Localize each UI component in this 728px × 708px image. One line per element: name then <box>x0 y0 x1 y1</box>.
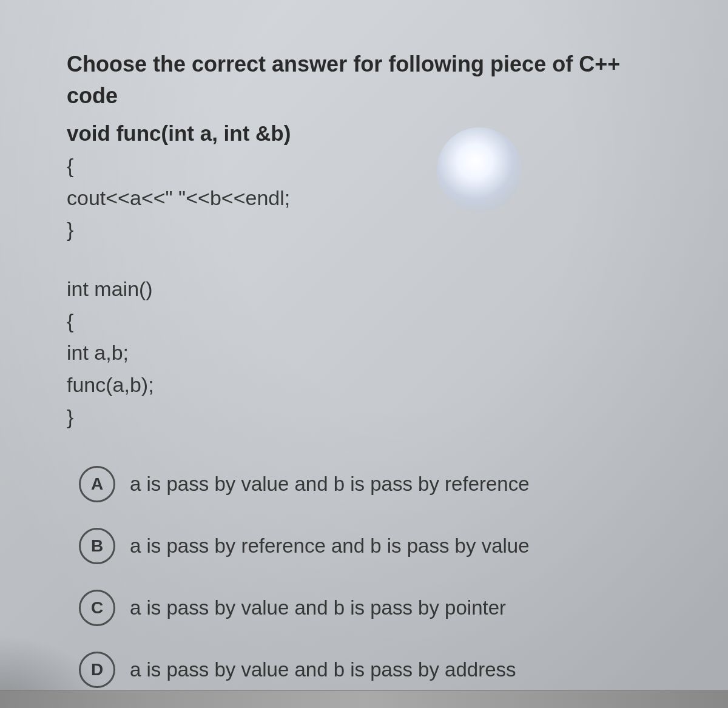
main-open-brace: { <box>67 305 667 337</box>
option-text: a is pass by value and b is pass by refe… <box>130 473 530 496</box>
main-signature: int main() <box>67 273 667 305</box>
code-main-block: int main() { int a,b; func(a,b); } <box>67 273 667 433</box>
option-letter-icon: C <box>79 590 115 626</box>
option-text: a is pass by reference and b is pass by … <box>130 534 530 558</box>
func-signature: void func(int a, int &b) <box>67 118 667 150</box>
screen-bezel <box>0 690 728 708</box>
main-call: func(a,b); <box>67 369 667 401</box>
option-letter-icon: A <box>79 466 115 502</box>
func-body: cout<<a<<" "<<b<<endl; <box>67 182 667 214</box>
question-container: Choose the correct answer for following … <box>0 0 728 708</box>
option-text: a is pass by value and b is pass by addr… <box>130 658 516 681</box>
option-c[interactable]: C a is pass by value and b is pass by po… <box>79 590 667 626</box>
main-close-brace: } <box>67 401 667 433</box>
main-decl: int a,b; <box>67 337 667 369</box>
func-open-brace: { <box>67 150 667 182</box>
option-b[interactable]: B a is pass by reference and b is pass b… <box>79 528 667 564</box>
option-text: a is pass by value and b is pass by poin… <box>130 596 506 619</box>
options-list: A a is pass by value and b is pass by re… <box>67 466 667 688</box>
option-letter-icon: D <box>79 652 115 688</box>
question-title: Choose the correct answer for following … <box>67 49 667 112</box>
func-close-brace: } <box>67 214 667 246</box>
option-d[interactable]: D a is pass by value and b is pass by ad… <box>79 652 667 688</box>
code-func-block: void func(int a, int &b) { cout<<a<<" "<… <box>67 118 667 246</box>
option-a[interactable]: A a is pass by value and b is pass by re… <box>79 466 667 502</box>
option-letter-icon: B <box>79 528 115 564</box>
